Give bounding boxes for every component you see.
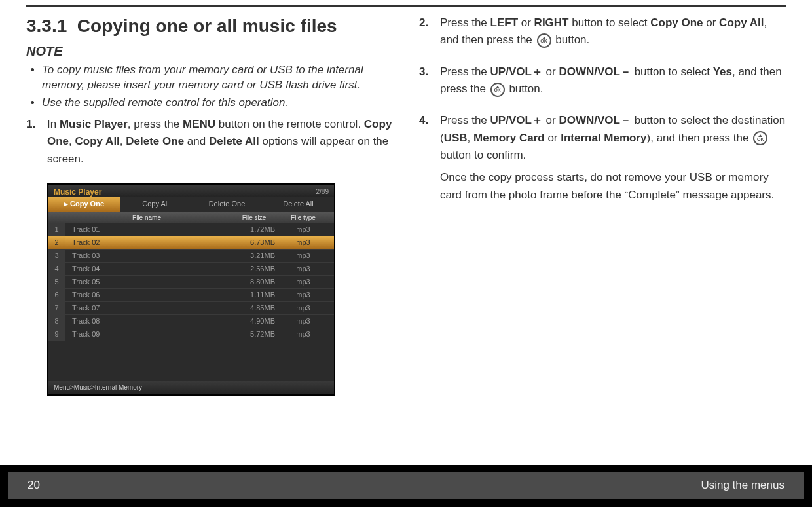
top-rule — [26, 5, 786, 7]
row-filetype: mp3 — [280, 252, 326, 259]
row-filesize: 8.80MB — [228, 278, 280, 286]
row-filetype: mp3 — [280, 317, 326, 325]
left-column: 3.3.1 Copying one or all music files NOT… — [26, 14, 393, 461]
row-filesize: 4.85MB — [228, 304, 280, 312]
footer-bar: 20 Using the menus — [0, 465, 812, 507]
step-2: 2. Press the LEFT or RIGHT button to sel… — [419, 14, 786, 54]
row-filetype: mp3 — [280, 265, 326, 272]
row-filename: Track 02 — [65, 238, 228, 246]
row-filename: Track 08 — [65, 317, 228, 325]
device-counter: 2/89 — [316, 188, 329, 195]
row-filetype: mp3 — [280, 278, 326, 286]
row-filename: Track 07 — [65, 304, 228, 312]
section-heading: 3.3.1 Copying one or all music files — [26, 14, 393, 37]
col-filetype: File type — [280, 214, 326, 221]
step-body: Press the UP/VOL＋ or DOWN/VOL－ button to… — [440, 64, 786, 103]
device-tab-delete-all[interactable]: Delete All — [263, 197, 334, 212]
ok-icon — [537, 33, 551, 48]
device-screenshot: Music Player 2/89 Copy One Copy All Dele… — [47, 183, 335, 396]
right-column: 2. Press the LEFT or RIGHT button to sel… — [419, 14, 786, 461]
step-body: In Music Player, press the MENU button o… — [47, 116, 393, 173]
row-filetype: mp3 — [280, 291, 326, 299]
row-filetype: mp3 — [280, 330, 326, 338]
row-filesize: 2.56MB — [228, 265, 280, 272]
row-filename: Track 05 — [65, 278, 228, 286]
row-index: 2 — [48, 236, 65, 249]
row-index: 7 — [48, 301, 65, 314]
row-filename: Track 03 — [65, 252, 228, 259]
row-filename: Track 06 — [65, 291, 228, 299]
step-body: Press the LEFT or RIGHT button to select… — [440, 14, 786, 54]
table-row[interactable]: 9Track 095.72MBmp3 — [48, 328, 334, 341]
col-filename: File name — [65, 214, 228, 221]
row-filesize: 3.21MB — [228, 252, 280, 259]
device-rows: 1Track 011.72MBmp32Track 026.73MBmp33Tra… — [48, 223, 334, 341]
steps-left: 1. In Music Player, press the MENU butto… — [26, 116, 393, 173]
note-list: To copy music files from your memory car… — [42, 63, 393, 111]
table-row[interactable]: 7Track 074.85MBmp3 — [48, 302, 334, 315]
row-filesize: 5.72MB — [228, 330, 280, 338]
row-filesize: 1.11MB — [228, 291, 280, 299]
step-4: 4. Press the UP/VOL＋ or DOWN/VOL－ button… — [419, 112, 786, 209]
chapter-title: Using the menus — [701, 479, 784, 492]
section-title: Copying one or all music files — [77, 16, 337, 36]
row-index: 3 — [48, 249, 65, 262]
note-item: To copy music files from your memory car… — [42, 63, 393, 93]
row-filesize: 4.90MB — [228, 317, 280, 325]
row-filetype: mp3 — [280, 225, 326, 233]
device-column-headers: File name File size File type — [48, 212, 334, 223]
step-3: 3. Press the UP/VOL＋ or DOWN/VOL－ button… — [419, 64, 786, 103]
row-index: 4 — [48, 262, 65, 275]
row-filetype: mp3 — [280, 304, 326, 312]
device-tab-copy-all[interactable]: Copy All — [120, 197, 191, 212]
step-number: 2. — [419, 14, 440, 54]
row-filename: Track 09 — [65, 330, 228, 338]
step-1: 1. In Music Player, press the MENU butto… — [26, 116, 393, 173]
row-index: 6 — [48, 288, 65, 301]
ok-icon — [490, 83, 505, 97]
device-header: Music Player 2/89 — [48, 185, 334, 197]
row-filetype: mp3 — [280, 238, 326, 246]
row-filesize: 6.73MB — [228, 238, 280, 246]
step-4-note: Once the copy process starts, do not rem… — [440, 169, 786, 204]
step-number: 3. — [419, 64, 440, 103]
table-row[interactable]: 1Track 011.72MBmp3 — [48, 223, 334, 236]
device-empty-space — [48, 341, 334, 381]
row-filename: Track 01 — [65, 225, 228, 233]
device-title: Music Player — [54, 187, 101, 197]
row-filename: Track 04 — [65, 265, 228, 272]
table-row[interactable]: 2Track 026.73MBmp3 — [48, 236, 334, 250]
row-filesize: 1.72MB — [228, 225, 280, 233]
ok-icon — [753, 131, 767, 145]
table-row[interactable]: 8Track 084.90MBmp3 — [48, 315, 334, 328]
table-row[interactable]: 5Track 058.80MBmp3 — [48, 276, 334, 289]
device-tab-delete-one[interactable]: Delete One — [191, 197, 263, 212]
row-index: 9 — [48, 328, 65, 341]
device-tabs: Copy One Copy All Delete One Delete All — [48, 197, 334, 212]
step-body: Press the UP/VOL＋ or DOWN/VOL－ button to… — [440, 112, 786, 209]
note-item: Use the supplied remote control for this… — [42, 96, 393, 111]
row-index: 5 — [48, 275, 65, 288]
step-number: 1. — [26, 116, 47, 173]
table-row[interactable]: 6Track 061.11MBmp3 — [48, 289, 334, 302]
device-tab-copy-one[interactable]: Copy One — [48, 197, 120, 212]
note-heading: NOTE — [26, 44, 393, 59]
row-index: 8 — [48, 314, 65, 328]
row-index: 1 — [48, 223, 65, 236]
step-number: 4. — [419, 112, 440, 209]
device-breadcrumb: Menu>Music>Internal Memory — [48, 381, 334, 394]
section-number: 3.3.1 — [26, 16, 67, 36]
page-content: 3.3.1 Copying one or all music files NOT… — [26, 14, 786, 461]
table-row[interactable]: 4Track 042.56MBmp3 — [48, 263, 334, 276]
table-row[interactable]: 3Track 033.21MBmp3 — [48, 250, 334, 263]
page-number: 20 — [28, 479, 40, 492]
steps-right: 2. Press the LEFT or RIGHT button to sel… — [419, 14, 786, 209]
col-filesize: File size — [228, 214, 280, 221]
